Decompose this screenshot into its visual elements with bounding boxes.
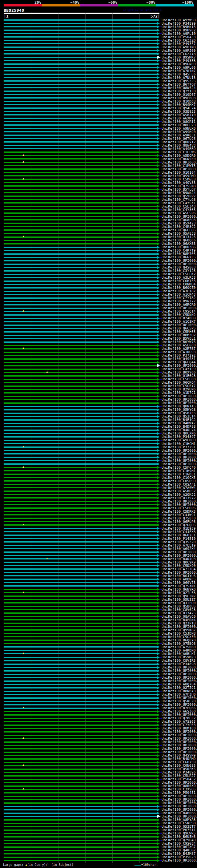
- hit-bar[interactable]: [4, 548, 157, 549]
- hit-label[interactable]: UniRef100_A9LDD9: [162, 438, 196, 442]
- hit-bar[interactable]: [4, 324, 157, 326]
- hit-bar[interactable]: [4, 53, 157, 55]
- hit-bar[interactable]: [4, 772, 157, 773]
- hit-bar[interactable]: [4, 453, 157, 455]
- hit-bar[interactable]: [4, 809, 157, 810]
- hit-bar[interactable]: [4, 304, 157, 305]
- hit-bar[interactable]: [4, 565, 157, 566]
- hit-label[interactable]: UniRef100_UPI000..: [162, 500, 197, 503]
- hit-bar[interactable]: [4, 504, 157, 505]
- hit-label[interactable]: UniRef100_P37291: [162, 445, 196, 449]
- hit-bar[interactable]: [4, 155, 157, 156]
- hit-bar[interactable]: [4, 118, 157, 119]
- hit-bar[interactable]: [4, 491, 157, 492]
- hit-bar[interactable]: [4, 823, 157, 824]
- hit-label[interactable]: UniRef100_A9PL10: [162, 32, 196, 35]
- hit-bar[interactable]: [4, 745, 157, 746]
- hit-bar[interactable]: [4, 382, 157, 383]
- hit-bar[interactable]: [4, 192, 157, 193]
- hit-bar[interactable]: [4, 785, 157, 787]
- hit-bar[interactable]: [4, 735, 157, 736]
- hit-bar[interactable]: [4, 484, 157, 485]
- hit-bar[interactable]: [4, 287, 157, 288]
- hit-label[interactable]: UniRef100_C6ZJZ0: [162, 39, 196, 42]
- hit-label[interactable]: UniRef100_A9PIN8: [162, 45, 196, 49]
- hit-bar[interactable]: [4, 209, 157, 210]
- hit-bar[interactable]: [4, 724, 157, 726]
- hit-bar[interactable]: [4, 97, 157, 98]
- hit-bar[interactable]: [4, 233, 157, 234]
- hit-bar[interactable]: [4, 609, 157, 610]
- hit-bar[interactable]: [4, 819, 157, 820]
- hit-bar[interactable]: [4, 50, 157, 51]
- hit-bar[interactable]: [4, 585, 157, 587]
- hit-bar[interactable]: [4, 335, 157, 336]
- hit-label[interactable]: UniRef100_A2QKJ2: [162, 493, 196, 496]
- hit-bar[interactable]: [4, 30, 157, 31]
- hit-bar[interactable]: [4, 806, 157, 807]
- hit-bar[interactable]: [4, 318, 157, 319]
- hit-bar[interactable]: [4, 301, 157, 302]
- hit-bar[interactable]: [4, 704, 157, 706]
- hit-bar[interactable]: [4, 748, 157, 749]
- hit-bar[interactable]: [4, 765, 157, 766]
- hit-bar[interactable]: [4, 711, 157, 712]
- hit-bar[interactable]: [4, 389, 157, 390]
- hit-bar[interactable]: [4, 524, 157, 526]
- hit-bar[interactable]: [4, 552, 157, 553]
- hit-bar[interactable]: [4, 379, 157, 380]
- hit-bar[interactable]: [4, 579, 157, 580]
- hit-bar[interactable]: [4, 40, 157, 41]
- hit-bar[interactable]: [4, 124, 157, 126]
- hit-bar[interactable]: [4, 243, 157, 245]
- hit-bar[interactable]: [4, 152, 157, 153]
- hit-bar[interactable]: [4, 412, 157, 414]
- hit-bar[interactable]: [4, 677, 157, 678]
- hit-bar[interactable]: [4, 643, 157, 644]
- hit-bar[interactable]: [4, 640, 157, 641]
- hit-label[interactable]: UniRef100_O13972: [162, 496, 196, 500]
- hit-bar[interactable]: [4, 179, 157, 180]
- hit-bar[interactable]: [4, 423, 157, 424]
- hit-bar[interactable]: [4, 680, 157, 682]
- hit-bar[interactable]: [4, 430, 157, 431]
- hit-bar[interactable]: [4, 362, 157, 363]
- hit-bar[interactable]: [4, 636, 157, 638]
- hit-label[interactable]: UniRef100_C5DRK3: [162, 510, 196, 513]
- hit-bar[interactable]: [4, 162, 157, 163]
- hit-bar[interactable]: [4, 857, 157, 858]
- hit-bar[interactable]: [4, 128, 157, 129]
- hit-bar[interactable]: [4, 646, 157, 648]
- hit-bar[interactable]: [4, 81, 157, 82]
- hit-bar[interactable]: [4, 684, 157, 685]
- hit-bar[interactable]: [4, 616, 157, 617]
- hit-bar[interactable]: [4, 26, 157, 27]
- hit-bar[interactable]: [4, 199, 157, 200]
- hit-bar[interactable]: [4, 73, 157, 75]
- hit-bar[interactable]: [4, 121, 157, 122]
- hit-bar[interactable]: [4, 775, 157, 777]
- hit-label[interactable]: UniRef100_A9YWS0: [162, 19, 196, 22]
- hit-label[interactable]: UniRef100_C1HCM1: [162, 442, 196, 445]
- hit-bar[interactable]: [4, 833, 157, 834]
- hit-bar[interactable]: [4, 20, 157, 21]
- hit-bar[interactable]: [4, 494, 157, 495]
- hit-label[interactable]: UniRef100_B6T7Q7: [162, 83, 196, 86]
- hit-label[interactable]: UniRef100_A5DH52: [162, 490, 196, 493]
- hit-bar[interactable]: [4, 270, 157, 272]
- hit-bar[interactable]: [4, 741, 157, 743]
- hit-bar[interactable]: [4, 104, 157, 105]
- hit-bar[interactable]: [4, 60, 157, 61]
- hit-bar[interactable]: [4, 36, 157, 37]
- hit-bar[interactable]: [4, 372, 157, 373]
- hit-bar[interactable]: [4, 43, 157, 44]
- hit-bar[interactable]: [4, 331, 157, 333]
- hit-bar[interactable]: [4, 511, 157, 512]
- hit-bar[interactable]: [4, 253, 157, 255]
- hit-bar[interactable]: [4, 541, 157, 542]
- hit-bar[interactable]: [4, 182, 157, 183]
- hit-bar[interactable]: [4, 860, 157, 861]
- hit-bar[interactable]: [4, 796, 157, 797]
- hit-bar[interactable]: [4, 206, 157, 207]
- hit-bar[interactable]: [4, 694, 157, 695]
